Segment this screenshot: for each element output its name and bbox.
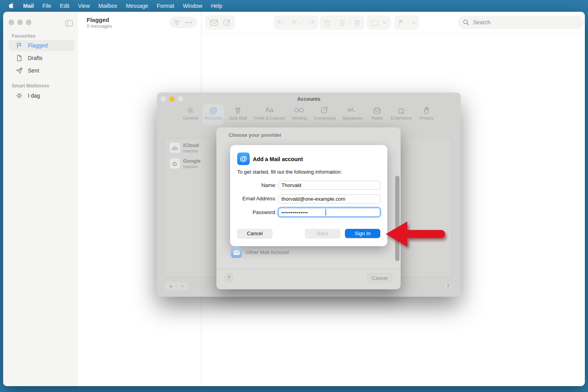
sidebar-item-today[interactable]: I dag bbox=[9, 90, 74, 101]
account-name[interactable]: iCloud bbox=[183, 142, 199, 148]
chevron-down-icon[interactable] bbox=[383, 21, 387, 24]
rules-envelope-icon bbox=[373, 105, 381, 115]
sidebar-item-flagged[interactable]: Flagged bbox=[9, 40, 74, 51]
mail-at-icon: @ bbox=[237, 152, 250, 165]
name-field[interactable] bbox=[278, 181, 380, 190]
menu-help[interactable]: Help bbox=[207, 3, 227, 9]
sheet-help-button[interactable]: ? bbox=[225, 273, 233, 282]
reply-all-icon[interactable] bbox=[291, 19, 301, 27]
reply-icon[interactable] bbox=[276, 19, 285, 27]
sign-in-button[interactable]: Sign In bbox=[345, 229, 380, 238]
window-title: Accounts bbox=[157, 96, 461, 102]
add-mail-account-dialog: @ Add a Mail account To get started, fil… bbox=[230, 145, 387, 246]
tab-extensions[interactable]: Extensions bbox=[391, 105, 412, 120]
password-label: Password: bbox=[230, 209, 276, 215]
back-button[interactable]: Back bbox=[305, 229, 340, 238]
menu-window[interactable]: Window bbox=[178, 3, 207, 9]
menu-message[interactable]: Message bbox=[122, 3, 152, 9]
icloud-icon bbox=[170, 143, 180, 153]
tab-rules[interactable]: Rules bbox=[372, 105, 383, 120]
search-icon bbox=[463, 19, 469, 25]
signature-icon bbox=[347, 105, 358, 115]
mailbox-compose-group bbox=[205, 15, 235, 30]
document-icon bbox=[16, 54, 23, 62]
filter-icon[interactable] bbox=[174, 20, 180, 25]
tab-junk-mail[interactable]: Junk Mail bbox=[229, 105, 247, 120]
message-count: 0 messages bbox=[87, 24, 112, 29]
sidebar-item-label: Drafts bbox=[28, 55, 42, 61]
compose-icon[interactable] bbox=[223, 19, 231, 27]
sidebar-item-sent[interactable]: Sent bbox=[9, 65, 74, 76]
favourites-header: Favourites bbox=[12, 33, 36, 39]
sidebar-toggle-icon[interactable] bbox=[65, 20, 73, 27]
help-button[interactable]: ? bbox=[444, 281, 452, 290]
sheet-cancel-button[interactable]: Cancel bbox=[367, 273, 392, 283]
account-name[interactable]: Google bbox=[183, 158, 201, 164]
dialog-title: Add a Mail account bbox=[253, 156, 303, 162]
menu-view[interactable]: View bbox=[74, 3, 94, 9]
smart-mailboxes-header: Smart Mailboxes bbox=[12, 83, 49, 89]
menu-file[interactable]: File bbox=[38, 3, 56, 9]
menu-bar: Mail File Edit View Mailbox Message Form… bbox=[0, 0, 588, 12]
close-button[interactable] bbox=[9, 20, 14, 25]
more-options-icon[interactable]: ••• bbox=[185, 20, 193, 25]
tab-fonts-colours[interactable]: Aa Fonts & Colours bbox=[254, 105, 285, 120]
other-mail-account-option[interactable]: Other Mail Account bbox=[246, 249, 289, 255]
trash-icon[interactable] bbox=[338, 19, 346, 27]
window-controls bbox=[9, 20, 31, 25]
sidebar-item-label: Flagged bbox=[28, 42, 48, 49]
mail-actions-group bbox=[320, 15, 365, 30]
archive-icon[interactable] bbox=[323, 19, 331, 27]
glasses-icon bbox=[294, 105, 304, 115]
email-label: Email Address: bbox=[230, 196, 276, 201]
flag-toolbar-icon[interactable] bbox=[397, 19, 405, 26]
zoom-button[interactable] bbox=[26, 20, 31, 25]
flag-group bbox=[394, 15, 419, 30]
add-account-button[interactable]: + bbox=[165, 282, 176, 290]
tab-accounts[interactable]: @ Accounts bbox=[204, 105, 222, 120]
flag-icon bbox=[16, 42, 23, 49]
gear-icon bbox=[186, 105, 194, 115]
menu-app[interactable]: Mail bbox=[19, 3, 38, 9]
mailbox-title: Flagged bbox=[87, 16, 109, 23]
annotation-arrow bbox=[381, 215, 448, 254]
at-icon: @ bbox=[209, 105, 217, 115]
remove-account-button[interactable]: − bbox=[177, 282, 188, 290]
forward-icon[interactable] bbox=[307, 19, 316, 27]
tab-privacy[interactable]: Privacy bbox=[419, 105, 434, 120]
minimize-button[interactable] bbox=[17, 20, 23, 25]
sheet-divider bbox=[216, 269, 401, 269]
apple-menu-icon[interactable] bbox=[8, 2, 14, 9]
junk-icon[interactable] bbox=[353, 19, 361, 27]
hand-icon bbox=[423, 105, 430, 115]
sidebar-item-label: I dag bbox=[28, 93, 40, 99]
name-label: Name: bbox=[230, 182, 276, 188]
menu-format[interactable]: Format bbox=[152, 3, 178, 9]
dialog-subtitle: To get started, fill out the following i… bbox=[237, 169, 342, 175]
text-caret bbox=[325, 209, 326, 216]
gear-icon bbox=[16, 92, 23, 99]
sidebar-item-label: Sent bbox=[28, 67, 39, 74]
chevron-down-icon[interactable] bbox=[412, 21, 416, 24]
tab-composing[interactable]: Composing bbox=[314, 105, 336, 120]
tab-signatures[interactable]: Signatures bbox=[342, 105, 363, 120]
compose-icon bbox=[321, 105, 328, 115]
account-status: Inactive bbox=[183, 164, 198, 169]
tab-general[interactable]: General bbox=[183, 105, 198, 120]
sheet-title: Choose your provider bbox=[229, 132, 281, 138]
email-field[interactable] bbox=[278, 194, 380, 203]
account-status: Inactive bbox=[183, 149, 198, 153]
folder-icon[interactable] bbox=[370, 19, 379, 26]
junk-bin-icon bbox=[234, 105, 242, 115]
sidebar-item-drafts[interactable]: Drafts bbox=[9, 53, 74, 64]
tab-viewing[interactable]: Viewing bbox=[292, 105, 307, 120]
envelope-icon[interactable] bbox=[210, 19, 218, 26]
search-field[interactable] bbox=[458, 16, 584, 29]
sidebar: Favourites Flagged Drafts Sent Smart Ma bbox=[3, 12, 78, 386]
search-input[interactable] bbox=[472, 19, 579, 26]
menu-edit[interactable]: Edit bbox=[56, 3, 74, 9]
move-to-folder-group bbox=[367, 15, 391, 30]
menu-mailbox[interactable]: Mailbox bbox=[94, 3, 122, 9]
password-field[interactable] bbox=[278, 208, 380, 217]
cancel-button[interactable]: Cancel bbox=[237, 229, 272, 238]
